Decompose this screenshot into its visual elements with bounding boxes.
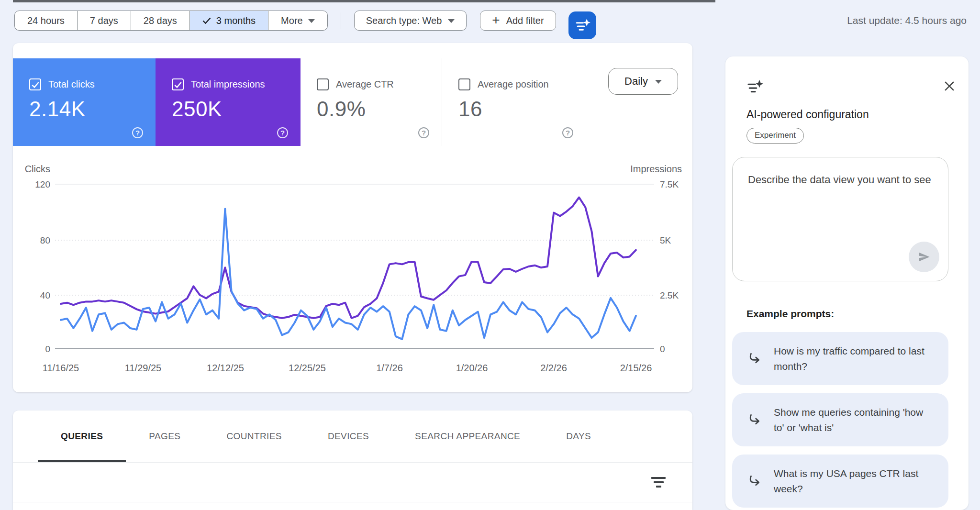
prompt-chip-traffic[interactable]: How is my traffic compared to last month… <box>732 332 948 385</box>
metric-cards-row: Total clicks 2.14K ? Total impressions 2… <box>13 58 586 146</box>
metric-value: 16 <box>458 97 586 121</box>
tab-label: SEARCH APPEARANCE <box>415 431 520 442</box>
chevron-down-icon <box>655 80 662 84</box>
tab-pages[interactable]: PAGES <box>126 410 203 462</box>
close-icon <box>943 79 956 93</box>
panel-title: AI-powered configuration <box>746 108 957 121</box>
metric-card-total-impressions[interactable]: Total impressions 250K ? <box>156 58 301 146</box>
help-icon[interactable]: ? <box>418 127 429 138</box>
search-type-dropdown[interactable]: Search type: Web <box>354 11 467 31</box>
table-filter-row <box>13 463 692 502</box>
checkmark-icon <box>173 80 183 89</box>
send-button[interactable] <box>909 242 939 272</box>
granularity-dropdown[interactable]: Daily <box>608 68 678 95</box>
check-icon <box>202 17 211 24</box>
right-tick: 7.5K <box>660 179 679 189</box>
metric-card-average-ctr[interactable]: Average CTR 0.9% ? <box>301 58 442 146</box>
right-tick: 2.5K <box>660 290 679 300</box>
toolbar: 24 hours 7 days 28 days 3 months More Se… <box>14 11 967 31</box>
prompt-chip-label: How is my traffic compared to last month… <box>774 344 936 374</box>
scroll-edge-divider <box>13 0 715 2</box>
x-tick: 12/25/25 <box>289 363 326 373</box>
tab-label: QUERIES <box>61 431 103 442</box>
help-icon[interactable]: ? <box>132 127 143 138</box>
tab-label: COUNTRIES <box>226 431 282 442</box>
x-tick: 1/20/26 <box>456 363 488 373</box>
metric-value: 0.9% <box>317 97 442 121</box>
send-icon <box>917 250 931 264</box>
last-update-text: Last update: 4.5 hours ago <box>847 15 967 26</box>
left-axis-title: Clicks <box>25 164 50 174</box>
granularity-label: Daily <box>624 75 648 88</box>
help-icon[interactable]: ? <box>562 127 573 138</box>
clicks-line-series <box>61 209 636 339</box>
input-placeholder: Describe the data view you want to see <box>748 172 935 188</box>
close-panel-button[interactable] <box>942 78 957 95</box>
x-tick: 12/12/25 <box>207 363 244 373</box>
left-tick: 120 <box>35 179 50 189</box>
tab-countries[interactable]: COUNTRIES <box>203 410 305 462</box>
tab-search-appearance[interactable]: SEARCH APPEARANCE <box>392 410 543 462</box>
ai-sparkle-filter-icon <box>746 78 764 96</box>
metric-label: Total impressions <box>191 79 265 90</box>
left-tick: 40 <box>40 290 50 300</box>
impressions-line-series <box>61 198 636 318</box>
date-range-group: 24 hours 7 days 28 days 3 months More <box>14 11 328 31</box>
metric-label: Average position <box>478 79 549 90</box>
metric-card-total-clicks[interactable]: Total clicks 2.14K ? <box>13 58 156 146</box>
range-more-button[interactable]: More <box>268 11 327 30</box>
metric-value: 2.14K <box>29 97 156 121</box>
x-tick: 2/2/26 <box>540 363 567 373</box>
prompt-chip-queries[interactable]: Show me queries containing 'how to' or '… <box>732 393 948 446</box>
dimension-tabs: QUERIES PAGES COUNTRIES DEVICES SEARCH A… <box>13 410 692 463</box>
prompt-chip-label: What is my USA pages CTR last week? <box>774 466 936 496</box>
search-type-label: Search type: Web <box>366 15 442 26</box>
ai-prompt-input[interactable]: Describe the data view you want to see <box>732 157 948 281</box>
left-tick: 0 <box>45 344 50 354</box>
example-prompts-heading: Example prompts: <box>746 308 957 320</box>
tab-label: DAYS <box>566 431 591 442</box>
experiment-badge: Experiment <box>746 128 804 144</box>
more-label: More <box>281 15 303 26</box>
right-tick: 5K <box>660 235 671 245</box>
x-tick: 2/15/26 <box>620 363 652 373</box>
tab-label: PAGES <box>149 431 180 442</box>
filter-list-icon[interactable] <box>648 474 668 490</box>
left-tick: 80 <box>40 235 50 245</box>
total-impressions-checkbox[interactable] <box>172 78 184 90</box>
range-7-days[interactable]: 7 days <box>77 11 131 30</box>
redirect-arrow-icon <box>746 351 761 366</box>
tab-devices[interactable]: DEVICES <box>305 410 392 462</box>
total-clicks-checkbox[interactable] <box>29 78 41 90</box>
x-tick: 1/7/26 <box>376 363 403 373</box>
ai-filter-button[interactable] <box>568 11 596 39</box>
redirect-arrow-icon <box>746 412 761 428</box>
performance-line-chart[interactable]: Clicks Impressions 120 80 40 0 7.5K 5K 2… <box>13 158 692 383</box>
right-axis-title: Impressions <box>630 164 682 174</box>
ai-configuration-panel: AI-powered configuration Experiment Desc… <box>725 56 969 510</box>
metric-label: Average CTR <box>336 79 394 90</box>
plus-icon: + <box>492 13 500 27</box>
range-24-hours[interactable]: 24 hours <box>15 11 77 30</box>
prompt-chip-ctr[interactable]: What is my USA pages CTR last week? <box>732 455 948 508</box>
average-ctr-checkbox[interactable] <box>317 78 329 90</box>
checkmark-icon <box>31 80 40 89</box>
prompt-chip-label: Show me queries containing 'how to' or '… <box>774 405 936 435</box>
range-28-days[interactable]: 28 days <box>131 11 189 30</box>
range-3-months-label: 3 months <box>216 15 256 26</box>
range-28-days-label: 28 days <box>144 15 177 26</box>
tab-queries[interactable]: QUERIES <box>38 410 126 462</box>
metric-card-average-position[interactable]: Average position 16 ? <box>442 58 586 146</box>
metric-label: Total clicks <box>48 79 95 90</box>
add-filter-button[interactable]: + Add filter <box>480 11 556 31</box>
x-tick: 11/16/25 <box>43 363 79 373</box>
average-position-checkbox[interactable] <box>458 78 470 90</box>
range-3-months[interactable]: 3 months <box>189 11 268 30</box>
right-tick: 0 <box>660 344 665 354</box>
chevron-down-icon <box>448 19 455 23</box>
range-7-days-label: 7 days <box>90 15 118 26</box>
chevron-down-icon <box>308 19 315 23</box>
help-icon[interactable]: ? <box>277 127 288 138</box>
tab-days[interactable]: DAYS <box>543 410 614 462</box>
dimensions-table-card: QUERIES PAGES COUNTRIES DEVICES SEARCH A… <box>13 410 692 510</box>
